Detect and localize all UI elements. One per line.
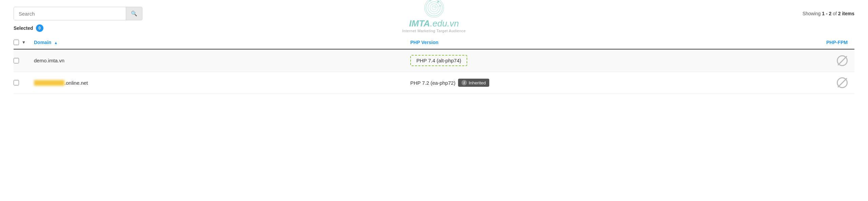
select-all-checkbox[interactable]	[14, 40, 19, 45]
logo-area: IMTA.edu.vn Internet Marketing Target Au…	[402, 0, 466, 33]
search-button[interactable]: 🔍	[126, 7, 142, 20]
php-version-cell-2: PHP 7.2 (ea-php72) i Inherited	[410, 79, 787, 87]
php-version-text-2: PHP 7.2 (ea-php72)	[410, 80, 455, 86]
php-version-dashed-box: PHP 7.4 (alt-php74)	[410, 55, 467, 66]
row-checkbox-2[interactable]	[14, 80, 19, 85]
table-header: ▼ Domain ▲ PHP Version PHP-FPM	[14, 36, 854, 49]
logo-subtitle: Internet Marketing Target Audience	[402, 29, 466, 33]
search-row: 🔍 IMTA.edu.vn	[14, 7, 854, 20]
php-fpm-header[interactable]: PHP-FPM	[787, 40, 854, 45]
php-version-header[interactable]: PHP Version	[410, 40, 787, 45]
domain-cell-2: hocmarketing.online.net	[34, 80, 410, 86]
sort-arrow-icon: ▲	[54, 41, 58, 45]
info-icon: i	[461, 80, 467, 85]
selected-label: Selected	[14, 25, 33, 31]
checkbox-dropdown-button[interactable]: ▼	[20, 39, 27, 45]
php-fpm-disabled-icon-1	[837, 55, 848, 66]
search-wrapper: 🔍	[14, 7, 142, 20]
selected-count-badge: 0	[36, 24, 43, 32]
search-icon: 🔍	[131, 11, 137, 16]
header-checkbox-cell: ▼	[14, 39, 34, 45]
php-fpm-cell-2	[787, 77, 854, 88]
search-input[interactable]	[14, 7, 126, 20]
row-checkbox-cell-1	[14, 58, 34, 63]
php-version-cell-1: PHP 7.4 (alt-php74)	[410, 55, 787, 66]
row-checkbox-cell-2	[14, 80, 34, 85]
row-checkbox-1[interactable]	[14, 58, 19, 63]
table-row: demo.imta.vn PHP 7.4 (alt-php74)	[14, 49, 854, 72]
domain-header[interactable]: Domain ▲	[34, 40, 410, 45]
inherited-label: Inherited	[469, 80, 486, 85]
svg-point-3	[426, 0, 442, 16]
domain-blurred-part: hocmarketing	[34, 80, 64, 86]
inherited-badge: i Inherited	[458, 79, 489, 87]
php-fpm-cell-1	[787, 55, 854, 66]
table-wrapper: ▼ Domain ▲ PHP Version PHP-FPM demo.imta…	[14, 36, 854, 94]
php-fpm-disabled-icon-2	[837, 77, 848, 88]
showing-info: Showing 1 - 2 of 2 items	[803, 11, 854, 16]
table-row: hocmarketing.online.net PHP 7.2 (ea-php7…	[14, 72, 854, 94]
logo-title: IMTA.edu.vn	[409, 18, 459, 29]
domain-cell-1: demo.imta.vn	[34, 58, 410, 63]
